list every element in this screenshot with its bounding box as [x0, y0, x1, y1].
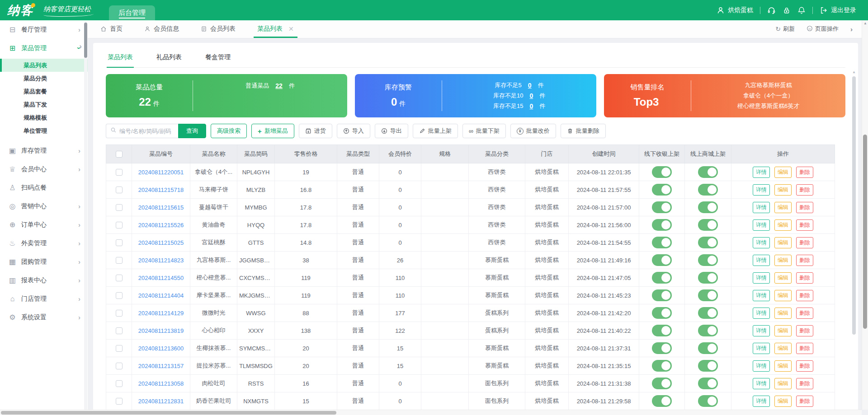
delete-button[interactable]: 删除 [796, 167, 813, 178]
nav-tab-backoffice[interactable]: 后台管理 [109, 5, 155, 20]
tab-home[interactable]: 首页 [100, 25, 123, 38]
tab-dish-list[interactable]: 菜品列表✕ [257, 25, 294, 38]
offline-shelf-toggle[interactable] [652, 237, 672, 248]
subtab-dish-list[interactable]: 菜品列表 [107, 50, 134, 68]
online-shelf-toggle[interactable] [698, 342, 718, 354]
edit-button[interactable]: 编辑 [774, 343, 792, 354]
delete-button[interactable]: 删除 [796, 272, 813, 284]
sidebar-item-restaurant-mgmt[interactable]: ⊟餐厅管理› [0, 20, 88, 39]
edit-button[interactable]: 编辑 [774, 272, 792, 284]
online-shelf-toggle[interactable] [698, 184, 718, 196]
dish-id-link[interactable]: 20240811213058 [138, 380, 184, 387]
row-checkbox[interactable] [116, 169, 123, 176]
sidebar-item-dish-mgmt[interactable]: ⊞菜品管理› [0, 39, 88, 57]
refresh-button[interactable]: ↻ 刷新 [775, 25, 795, 33]
edit-button[interactable]: 编辑 [774, 202, 792, 213]
online-shelf-toggle[interactable] [698, 166, 718, 178]
detail-button[interactable]: 详情 [753, 219, 770, 231]
detail-button[interactable]: 详情 [753, 237, 770, 248]
query-button[interactable]: 查询 [178, 124, 206, 138]
row-checkbox[interactable] [116, 380, 123, 387]
delete-button[interactable]: 删除 [796, 360, 813, 372]
offline-shelf-toggle[interactable] [652, 272, 672, 284]
sidebar-item-store-mgmt[interactable]: ⌂门店管理› [0, 289, 88, 308]
delete-button[interactable]: 删除 [796, 184, 813, 196]
online-shelf-toggle[interactable] [698, 395, 718, 407]
detail-button[interactable]: 详情 [753, 308, 770, 319]
offline-shelf-toggle[interactable] [652, 378, 672, 389]
delete-button[interactable]: 删除 [796, 255, 813, 266]
dish-id-link[interactable]: 20240811214129 [138, 310, 184, 317]
row-checkbox[interactable] [116, 398, 123, 405]
delete-button[interactable]: 删除 [796, 308, 813, 319]
row-checkbox[interactable] [116, 239, 123, 246]
dish-id-link[interactable]: 20240811215526 [138, 222, 184, 228]
online-shelf-toggle[interactable] [698, 378, 718, 389]
dish-id-link[interactable]: 20240811214404 [138, 292, 184, 299]
dish-id-link[interactable]: 20240811212831 [138, 398, 184, 405]
online-shelf-toggle[interactable] [698, 289, 718, 301]
online-shelf-toggle[interactable] [698, 254, 718, 266]
edit-button[interactable]: 编辑 [774, 184, 792, 196]
online-shelf-toggle[interactable] [698, 237, 718, 248]
edit-button[interactable]: 编辑 [774, 219, 792, 231]
page-operations-button[interactable]: 页面操作 [807, 25, 839, 33]
detail-button[interactable]: 详情 [753, 325, 770, 336]
dish-id-link[interactable]: 20240811215718 [138, 187, 184, 193]
row-checkbox[interactable] [116, 257, 123, 264]
purchase-button[interactable]: 进货 [299, 124, 332, 138]
sidebar-subitem-unit-mgmt[interactable]: 单位管理 [0, 124, 88, 137]
dish-id-link[interactable]: 20240811214823 [138, 257, 184, 264]
add-dish-button[interactable]: +新增菜品 [251, 124, 294, 138]
offline-shelf-toggle[interactable] [652, 166, 672, 178]
sidebar-item-inventory-mgmt[interactable]: ▣库存管理› [0, 141, 88, 160]
dish-id-link[interactable]: 20240811220051 [138, 169, 184, 176]
chevron-right-icon[interactable]: › [850, 25, 853, 33]
sidebar-scrollbar[interactable] [84, 22, 87, 414]
subtab-gift-list[interactable]: 礼品列表 [156, 50, 183, 67]
offline-shelf-toggle[interactable] [652, 342, 672, 354]
delete-button[interactable]: 删除 [796, 237, 813, 248]
offline-shelf-toggle[interactable] [652, 254, 672, 266]
batch-reprice-button[interactable]: ¥批量改价 [510, 124, 556, 138]
dish-id-link[interactable]: 20240811215025 [138, 239, 184, 246]
select-all-checkbox[interactable] [116, 151, 123, 158]
row-checkbox[interactable] [116, 292, 123, 299]
sidebar-subitem-dish-category[interactable]: 菜品分类 [0, 72, 88, 85]
sidebar-item-member-center[interactable]: ♕会员中心› [0, 160, 88, 178]
online-shelf-toggle[interactable] [698, 325, 718, 336]
logout-button[interactable]: 退出登录 [820, 6, 856, 14]
online-shelf-toggle[interactable] [698, 201, 718, 213]
scroll-up-icon[interactable]: ▲ [852, 70, 856, 74]
delete-button[interactable]: 删除 [796, 325, 813, 336]
dish-id-link[interactable]: 20240811213819 [138, 327, 184, 334]
delete-button[interactable]: 删除 [796, 219, 813, 231]
delete-button[interactable]: 删除 [796, 343, 813, 354]
import-button[interactable]: 导入 [337, 124, 370, 138]
edit-button[interactable]: 编辑 [774, 360, 792, 372]
sidebar-item-system-settings[interactable]: ⚙系统设置› [0, 308, 88, 326]
detail-button[interactable]: 详情 [753, 255, 770, 266]
delete-button[interactable]: 删除 [796, 290, 813, 301]
sidebar-item-groupbuy-mgmt[interactable]: ▦团购管理› [0, 252, 88, 271]
edit-button[interactable]: 编辑 [774, 237, 792, 248]
offline-shelf-toggle[interactable] [652, 307, 672, 319]
delete-button[interactable]: 删除 [796, 378, 813, 389]
detail-button[interactable]: 详情 [753, 360, 770, 372]
row-checkbox[interactable] [116, 187, 123, 193]
row-checkbox[interactable] [116, 363, 123, 369]
scroll-up-icon[interactable]: ▲ [863, 21, 867, 25]
detail-button[interactable]: 详情 [753, 378, 770, 389]
dish-id-link[interactable]: 20240811215615 [138, 204, 184, 211]
edit-button[interactable]: 编辑 [774, 290, 792, 301]
panel-scrollbar[interactable]: ▲ [852, 70, 856, 411]
row-checkbox[interactable] [116, 204, 123, 211]
online-shelf-toggle[interactable] [698, 219, 718, 231]
detail-button[interactable]: 详情 [753, 184, 770, 196]
delete-button[interactable]: 删除 [796, 202, 813, 213]
offline-shelf-toggle[interactable] [652, 219, 672, 231]
window-horizontal-scrollbar[interactable] [0, 410, 862, 415]
edit-button[interactable]: 编辑 [774, 255, 792, 266]
bell-icon[interactable] [797, 6, 806, 14]
edit-button[interactable]: 编辑 [774, 325, 792, 336]
